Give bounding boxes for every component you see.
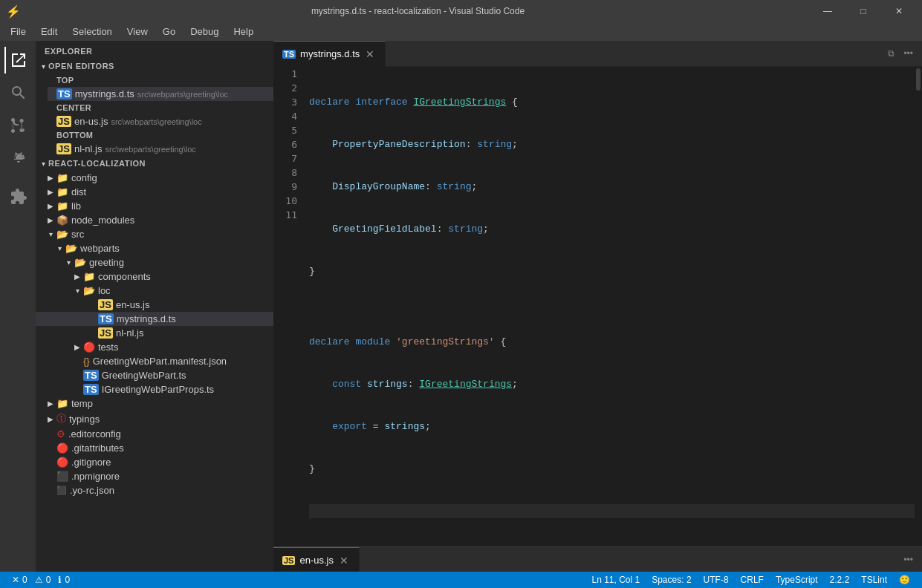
open-editors-section: ▾ OPEN EDITORS TOP TS mystrings.d.ts src… (36, 59, 273, 156)
project-label: REACT-LOCALIZATION (48, 159, 146, 168)
file-nl-nl-tree[interactable]: JS nl-nl.js (36, 326, 273, 340)
file-gwp-icon: TS (83, 370, 99, 381)
file-editorconfig[interactable]: ⚙ .editorconfig (36, 427, 273, 441)
status-eol[interactable]: CRLF (735, 575, 770, 585)
folder-dist-icon: 📁 (56, 186, 68, 197)
file-gitignore-icon: 🔴 (56, 457, 68, 468)
maximize-button[interactable]: □ (846, 0, 880, 22)
open-editor-en-us[interactable]: JS en-us.js src\webparts\greeting\loc (48, 114, 273, 128)
status-encoding[interactable]: UTF-8 (698, 575, 735, 585)
folder-typings[interactable]: ▶ ⓣ typings (36, 411, 273, 427)
editors-container: TS mystrings.d.ts ✕ ⧉ ••• 12345 67891011 (273, 41, 922, 572)
file-npmignore[interactable]: ⬛ .npmignore (36, 469, 273, 483)
app-icon: ⚡ (6, 4, 21, 19)
explorer-activity-icon[interactable] (4, 47, 31, 74)
file-igreeting-props[interactable]: TS IGreetingWebPartProps.ts (36, 382, 273, 396)
pane1-scrollbar[interactable] (915, 67, 922, 546)
open-editors-header[interactable]: ▾ OPEN EDITORS (36, 59, 273, 74)
menu-edit[interactable]: Edit (33, 24, 65, 39)
pane1-code-content: declare interface IGreetingStrings { Pro… (303, 67, 915, 546)
open-editor-nl-nl[interactable]: JS nl-nl.js src\webparts\greeting\loc (48, 142, 273, 156)
file-manifest[interactable]: {} GreetingWebPart.manifest.json (36, 354, 273, 368)
file-manifest-icon: {} (83, 356, 90, 367)
file-yo-rc[interactable]: ⬛ .yo-rc.json (36, 483, 273, 497)
tab-mystrings[interactable]: TS mystrings.d.ts ✕ (273, 41, 386, 67)
error-icon: ✕ (12, 575, 19, 585)
ts-icon: TS (56, 88, 72, 99)
editor-pane-1: TS mystrings.d.ts ✕ ⧉ ••• 12345 67891011 (273, 41, 922, 547)
top-group: TOP TS mystrings.d.ts src\webparts\greet… (36, 74, 273, 101)
tab-en-us[interactable]: JS en-us.js ✕ (273, 547, 360, 572)
file-en-us-tree[interactable]: JS en-us.js (36, 298, 273, 312)
activity-bar (0, 41, 36, 572)
title-text: mystrings.d.ts - react-localization - Vi… (25, 6, 811, 16)
tab-mystrings-label: mystrings.d.ts (300, 48, 360, 59)
folder-src[interactable]: ▾ 📂 src (36, 227, 273, 241)
editor-pane-2: JS en-us.js ✕ ••• 1234567 define([], fun… (273, 547, 922, 572)
menu-help[interactable]: Help (226, 24, 261, 39)
folder-components[interactable]: ▶ 📁 components (36, 270, 273, 284)
folder-webparts[interactable]: ▾ 📂 webparts (36, 241, 273, 255)
menu-go[interactable]: Go (155, 24, 183, 39)
folder-src-icon: 📂 (56, 229, 68, 240)
center-group-label: CENTER (48, 101, 273, 114)
tab-mystrings-close[interactable]: ✕ (364, 48, 376, 60)
folder-components-icon: 📁 (83, 271, 95, 282)
folder-dist[interactable]: ▶ 📁 dist (36, 185, 273, 199)
pane2-actions: ••• (900, 552, 922, 568)
pane1-actions: ⧉ ••• (885, 45, 922, 62)
split-editor-icon[interactable]: ⧉ (885, 45, 897, 62)
file-gitattributes[interactable]: 🔴 .gitattributes (36, 441, 273, 455)
folder-lib[interactable]: ▶ 📁 lib (36, 199, 273, 213)
bottom-group: BOTTOM JS nl-nl.js src\webparts\greeting… (36, 128, 273, 156)
pane2-more-icon[interactable]: ••• (900, 552, 916, 568)
info-icon: ℹ (58, 575, 62, 585)
open-editor-mystrings[interactable]: TS mystrings.d.ts src\webparts\greeting\… (48, 87, 273, 101)
window-controls: — □ ✕ (811, 0, 916, 22)
debug-activity-icon[interactable] (4, 145, 31, 172)
folder-greeting[interactable]: ▾ 📂 greeting (36, 255, 273, 270)
status-tslint[interactable]: TSLint (855, 575, 893, 585)
source-control-activity-icon[interactable] (4, 112, 31, 139)
folder-tests[interactable]: ▶ 🔴 tests (36, 340, 273, 354)
info-count: 0 (65, 575, 70, 585)
file-mystrings-icon: TS (98, 313, 114, 324)
close-button[interactable]: ✕ (882, 0, 916, 22)
status-spaces[interactable]: Spaces: 2 (646, 575, 697, 585)
menu-selection[interactable]: Selection (65, 24, 119, 39)
folder-config[interactable]: ▶ 📁 config (36, 171, 273, 185)
folder-webparts-icon: 📂 (65, 243, 77, 254)
top-group-label: TOP (48, 74, 273, 87)
tab-en-us-close[interactable]: ✕ (338, 555, 350, 566)
menu-debug[interactable]: Debug (183, 24, 226, 39)
status-smiley[interactable]: 🙂 (893, 575, 916, 585)
status-right: Ln 11, Col 1 Spaces: 2 UTF-8 CRLF TypeSc… (585, 575, 916, 585)
status-position[interactable]: Ln 11, Col 1 (585, 575, 646, 585)
file-greeting-webpart[interactable]: TS GreetingWebPart.ts (36, 368, 273, 382)
file-iprops-icon: TS (83, 384, 99, 395)
minimize-button[interactable]: — (811, 0, 845, 22)
more-actions-icon[interactable]: ••• (900, 45, 916, 62)
search-activity-icon[interactable] (4, 79, 31, 106)
status-language[interactable]: TypeScript (770, 575, 824, 585)
folder-npm-icon: 📦 (56, 215, 68, 226)
folder-loc[interactable]: ▾ 📂 loc (36, 284, 273, 298)
folder-temp[interactable]: ▶ 📁 temp (36, 396, 273, 411)
project-section: ▾ REACT-LOCALIZATION ▶ 📁 config ▶ 📁 dist… (36, 156, 273, 497)
file-npmignore-icon: ⬛ (56, 471, 68, 482)
folder-typings-icon: ⓣ (56, 412, 66, 425)
file-editorconfig-icon: ⚙ (56, 428, 65, 440)
folder-temp-icon: 📁 (56, 398, 68, 409)
menu-view[interactable]: View (120, 24, 155, 39)
folder-node-modules[interactable]: ▶ 📦 node_modules (36, 213, 273, 227)
menu-file[interactable]: File (3, 24, 33, 39)
status-errors[interactable]: ✕ 0 ⚠ 0 ℹ 0 (6, 575, 76, 585)
folder-lib-icon: 📁 (56, 200, 68, 212)
explorer-title: EXPLORER (36, 41, 273, 59)
project-header[interactable]: ▾ REACT-LOCALIZATION (36, 156, 273, 171)
file-gitignore[interactable]: 🔴 .gitignore (36, 455, 273, 469)
extensions-activity-icon[interactable] (4, 183, 31, 210)
status-version[interactable]: 2.2.2 (824, 575, 856, 585)
error-count: 0 (22, 575, 27, 585)
file-mystrings-tree[interactable]: TS mystrings.d.ts (36, 312, 273, 326)
